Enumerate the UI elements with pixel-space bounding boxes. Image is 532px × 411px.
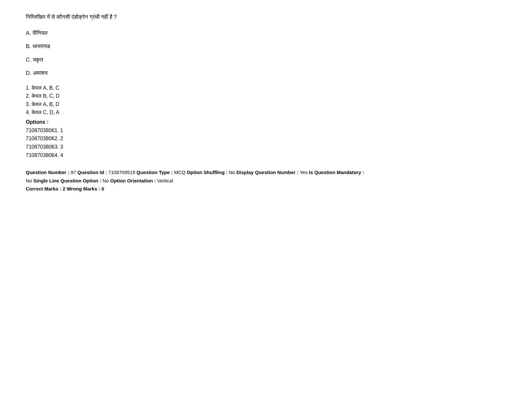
answer-option-2-text: केवल B, C, D [32, 93, 60, 99]
options-label: Options : [26, 119, 506, 125]
answer-option-2-number: 2. [26, 93, 30, 99]
option-b: B. थायरायड [26, 42, 506, 51]
question-container: निम्लिखित में से कौनसी एंडोक्रेन ग्रंथी … [26, 13, 506, 193]
option-d-label: D. [26, 70, 31, 76]
option-a-label: A. [26, 30, 31, 36]
answer-option-3-text: केवल A, B, D [32, 102, 59, 107]
meta-info: Question Number : 97 Question Id : 71087… [26, 168, 506, 193]
option-d-text: अमाशय [33, 70, 47, 76]
marks-info: Correct Marks : 2 Wrong Marks : 0 [26, 185, 506, 193]
option-c: C. यकृत [26, 56, 506, 64]
meta-line-1: Question Number : 97 Question Id : 71087… [26, 168, 506, 177]
is-mandatory-value: No [26, 178, 32, 183]
meta-line-2: No Single Line Question Option : No Opti… [26, 177, 506, 185]
option-c-label: C. [26, 57, 31, 63]
answer-option-2: 2. केवल B, C, D [26, 92, 506, 100]
option-code-1-code: 71087038061. [26, 128, 59, 133]
option-b-text: थायरायड [33, 43, 50, 49]
options-list: A. पीनियल B. थायरायड C. यकृत D. अमाशय [26, 29, 506, 77]
option-code-3: 71087038063. 3 [26, 143, 506, 151]
option-code-4: 71087038064. 4 [26, 151, 506, 160]
option-codes-list: 71087038061. 1 71087038062. 2 7108703806… [26, 126, 506, 159]
option-a: A. पीनियल [26, 29, 506, 37]
answer-option-1-number: 1. [26, 85, 30, 91]
option-a-text: पीनियल [33, 30, 47, 36]
option-c-text: यकृत [33, 57, 43, 63]
option-code-2-code: 71087038062. [26, 136, 59, 141]
option-b-label: B. [26, 43, 31, 49]
answer-option-3: 3. केवल A, B, D [26, 100, 506, 109]
answer-options-list: 1. केवल A, B, C 2. केवल B, C, D 3. केवल … [26, 84, 506, 117]
option-code-2: 71087038062. 2 [26, 134, 506, 143]
question-text: निम्लिखित में से कौनसी एंडोक्रेन ग्रंथी … [26, 13, 506, 21]
option-code-4-code: 71087038064. [26, 152, 59, 158]
answer-option-4-text: केवल C, D, A [32, 110, 59, 115]
answer-option-4-number: 4. [26, 110, 30, 115]
correct-marks-label: Correct Marks : [26, 186, 61, 191]
answer-option-3-number: 3. [26, 102, 30, 107]
answer-option-4: 4. केवल C, D, A [26, 108, 506, 117]
option-code-1: 71087038061. 1 [26, 126, 506, 135]
answer-option-1-text: केवल A, B, C [32, 85, 59, 91]
option-d: D. अमाशय [26, 69, 506, 77]
question-number-label: Question Number : [26, 170, 69, 175]
option-code-3-code: 71087038063. [26, 144, 59, 150]
answer-option-1: 1. केवल A, B, C [26, 84, 506, 92]
